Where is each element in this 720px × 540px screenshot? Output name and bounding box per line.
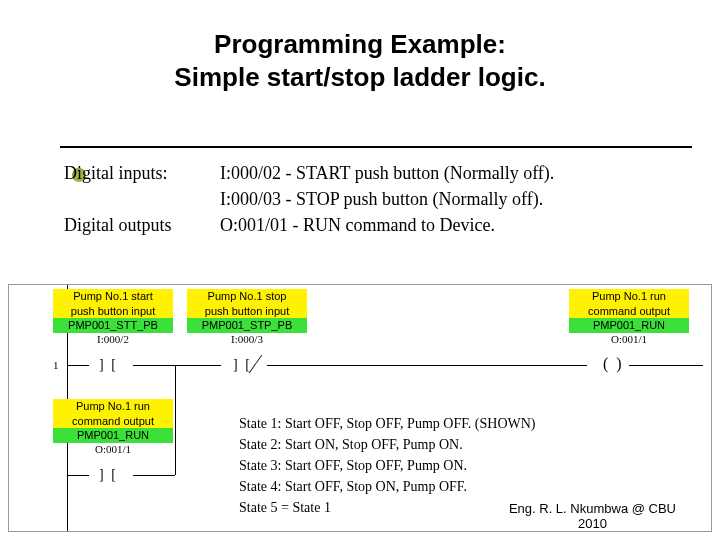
run-seal-addr: O:001/1: [53, 443, 173, 456]
run-seal-desc-1: Pump No.1 run: [53, 399, 173, 414]
title-underline: [60, 146, 692, 148]
rung-number: 1: [53, 359, 59, 371]
ladder-diagram: 1 Pump No.1 start push button input PMP0…: [8, 284, 712, 532]
footer: Eng. R. L. Nkumbwa @ CBU 2010: [509, 501, 676, 532]
digital-input-2: I:000/03 - STOP push button (Normally of…: [220, 186, 700, 212]
run-out-desc-2: command output: [569, 304, 689, 319]
run-seal-desc-2: command output: [53, 414, 173, 429]
io-definitions: Digital inputs: I:000/02 - START push bu…: [64, 160, 700, 238]
stop-tagbox: Pump No.1 stop push button input PMP001_…: [187, 289, 307, 346]
stop-addr: I:000/3: [187, 333, 307, 346]
run-seal-tag: PMP001_RUN: [53, 428, 173, 443]
run-out-tag: PMP001_RUN: [569, 318, 689, 333]
run-out-desc-1: Pump No.1 run: [569, 289, 689, 304]
wire: [133, 475, 175, 476]
state-list: State 1: Start OFF, Stop OFF, Pump OFF. …: [239, 413, 536, 518]
wire: [629, 365, 703, 366]
state-5: State 5 = State 1: [239, 497, 536, 518]
state-2: State 2: Start ON, Stop OFF, Pump ON.: [239, 434, 536, 455]
stop-desc-1: Pump No.1 stop: [187, 289, 307, 304]
wire: [67, 365, 89, 366]
state-4: State 4: Start OFF, Stop ON, Pump OFF.: [239, 476, 536, 497]
wire: [67, 475, 89, 476]
footer-line-2: 2010: [509, 516, 676, 532]
footer-line-1: Eng. R. L. Nkumbwa @ CBU: [509, 501, 676, 517]
digital-inputs-label: Digital inputs:: [64, 160, 220, 186]
digital-outputs-label: Digital outputs: [64, 212, 220, 238]
start-contact-no: [99, 357, 118, 373]
state-1: State 1: Start OFF, Stop OFF, Pump OFF. …: [239, 413, 536, 434]
stop-desc-2: push button input: [187, 304, 307, 319]
slide: Programming Example: Simple start/stop l…: [0, 0, 720, 540]
start-desc-2: push button input: [53, 304, 173, 319]
state-3: State 3: Start OFF, Stop OFF, Pump ON.: [239, 455, 536, 476]
start-tag: PMP001_STT_PB: [53, 318, 173, 333]
start-addr: I:000/2: [53, 333, 173, 346]
run-output-tagbox: Pump No.1 run command output PMP001_RUN …: [569, 289, 689, 346]
run-seal-contact-no: [99, 467, 118, 483]
start-tagbox: Pump No.1 start push button input PMP001…: [53, 289, 173, 346]
start-desc-1: Pump No.1 start: [53, 289, 173, 304]
run-seal-tagbox: Pump No.1 run command output PMP001_RUN …: [53, 399, 173, 456]
slide-title: Programming Example: Simple start/stop l…: [0, 0, 720, 93]
wire: [175, 365, 176, 475]
wire: [133, 365, 221, 366]
wire: [267, 365, 587, 366]
title-line-2: Simple start/stop ladder logic.: [0, 61, 720, 94]
run-out-addr: O:001/1: [569, 333, 689, 346]
digital-input-1: I:000/02 - START push button (Normally o…: [220, 160, 700, 186]
stop-contact-nc: [233, 357, 252, 373]
stop-tag: PMP001_STP_PB: [187, 318, 307, 333]
run-coil: ( ): [603, 355, 622, 373]
digital-output-1: O:001/01 - RUN command to Device.: [220, 212, 700, 238]
title-line-1: Programming Example:: [0, 28, 720, 61]
